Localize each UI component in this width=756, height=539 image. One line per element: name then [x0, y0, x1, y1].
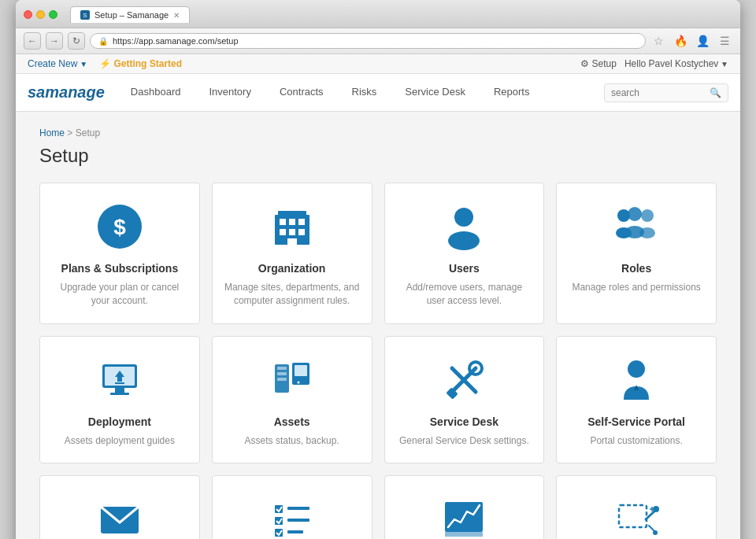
address-bar[interactable]: 🔒 https://app.samanage.com/setup: [90, 33, 646, 49]
search-input[interactable]: [611, 87, 706, 98]
deployment-title: Deployment: [88, 415, 151, 428]
card-deployment[interactable]: Deployment Assets deployment guides: [39, 336, 200, 464]
breadcrumb-current: Setup: [76, 127, 100, 138]
plans-desc: Upgrade your plan or cancel your account…: [52, 281, 187, 308]
svg-rect-21: [115, 388, 124, 393]
svg-rect-32: [277, 378, 287, 381]
card-assets[interactable]: Assets Assets status, backup.: [212, 336, 372, 464]
roles-icon: [609, 199, 664, 254]
servicedesk-icon: [436, 353, 491, 408]
email-icon: [92, 492, 147, 539]
setup-link[interactable]: Setup: [580, 58, 617, 69]
assets-title: Assets: [274, 415, 310, 428]
svg-point-37: [628, 360, 645, 378]
organization-title: Organization: [258, 262, 326, 275]
back-button[interactable]: ←: [24, 32, 41, 50]
cards-grid: $ Plans & Subscriptions Upgrade your pla…: [39, 183, 717, 539]
workflow-icon: [265, 492, 320, 539]
tab-risks[interactable]: Risks: [338, 75, 391, 111]
svg-rect-5: [289, 219, 295, 225]
traffic-lights: [24, 10, 57, 19]
getting-started-link[interactable]: Getting Started: [99, 58, 182, 69]
svg-rect-43: [287, 519, 309, 522]
tab-inventory[interactable]: Inventory: [195, 75, 265, 111]
plans-icon: $: [92, 199, 147, 254]
create-new-button[interactable]: Create New: [28, 58, 87, 69]
toolbar-right: Setup Hello Pavel Kostychev: [580, 58, 728, 69]
ssl-icon: 🔒: [98, 37, 108, 46]
close-button[interactable]: [24, 10, 32, 19]
minimize-button[interactable]: [36, 10, 45, 19]
card-roles[interactable]: Roles Manage roles and permissions: [556, 183, 717, 324]
forward-button[interactable]: →: [46, 32, 63, 50]
card-users[interactable]: Users Add/remove users, manage user acce…: [384, 183, 545, 324]
page-title: Setup: [39, 145, 717, 167]
card-organization[interactable]: Organization Manage sites, departments, …: [212, 183, 372, 324]
svg-rect-3: [278, 211, 306, 217]
menu-icon[interactable]: ☰: [717, 33, 732, 49]
users-title: Users: [449, 262, 480, 275]
svg-point-13: [641, 209, 654, 222]
tab-contracts[interactable]: Contracts: [265, 75, 338, 111]
selfservice-title: Self-Service Portal: [587, 415, 685, 428]
svg-rect-4: [280, 219, 286, 225]
svg-rect-6: [298, 219, 305, 225]
card-plans[interactable]: $ Plans & Subscriptions Upgrade your pla…: [39, 183, 200, 324]
tab-title: Setup – Samanage: [94, 10, 169, 20]
tab-bar: S Setup – Samanage ✕: [70, 6, 190, 23]
card-servicedesk[interactable]: Service Desk General Service Desk settin…: [384, 336, 545, 464]
svg-rect-27: [298, 378, 304, 381]
search-box[interactable]: 🔍: [604, 83, 728, 102]
deployment-icon: [92, 353, 147, 408]
assets-icon: [265, 353, 320, 408]
svg-rect-31: [277, 372, 287, 375]
svg-point-28: [297, 381, 299, 383]
fire-icon[interactable]: 🔥: [673, 33, 688, 49]
breadcrumb-separator: >: [67, 127, 75, 138]
user-icon[interactable]: 👤: [695, 33, 710, 49]
breadcrumb-home[interactable]: Home: [39, 127, 65, 138]
user-menu[interactable]: Hello Pavel Kostychev: [624, 58, 728, 69]
breadcrumb: Home > Setup: [39, 127, 717, 138]
card-workflow[interactable]: Workflow: [212, 475, 372, 539]
deployment-desc: Assets deployment guides: [65, 434, 175, 448]
selfservice-icon: [609, 353, 664, 408]
svg-point-18: [616, 227, 632, 238]
refresh-button[interactable]: ↻: [68, 32, 85, 50]
svg-point-52: [653, 530, 658, 535]
selfservice-desc: Portal customizations.: [590, 434, 682, 448]
maximize-button[interactable]: [49, 10, 57, 19]
assets-desc: Assets status, backup.: [245, 434, 339, 448]
bookmark-icon[interactable]: ☆: [650, 33, 666, 49]
nav-icons: ☆ 🔥 👤 ☰: [650, 33, 732, 49]
main-content: Home > Setup Setup $ Plans & Subscriptio…: [16, 112, 740, 539]
tab-reports[interactable]: Reports: [480, 75, 544, 111]
tab-service-desk[interactable]: Service Desk: [391, 75, 480, 111]
nav-tabs: Dashboard Inventory Contracts Risks Serv…: [117, 75, 544, 111]
browser-tab[interactable]: S Setup – Samanage ✕: [70, 6, 190, 23]
svg-rect-26: [295, 365, 307, 376]
svg-rect-24: [115, 382, 124, 384]
card-servicelevel[interactable]: Service Level: [384, 475, 545, 539]
servicedesk-title: Service Desk: [430, 415, 498, 428]
svg-rect-30: [277, 367, 287, 370]
url-text: https://app.samanage.com/setup: [113, 36, 239, 46]
card-email[interactable]: Email Settings: [39, 475, 200, 539]
tab-dashboard[interactable]: Dashboard: [117, 75, 195, 111]
svg-rect-10: [287, 238, 297, 245]
svg-rect-9: [298, 229, 305, 235]
card-selfservice[interactable]: Self-Service Portal Portal customization…: [556, 336, 717, 464]
plans-title: Plans & Subscriptions: [61, 262, 179, 275]
card-customfields[interactable]: Custom Fields: [556, 475, 717, 539]
tab-close-icon[interactable]: ✕: [173, 11, 180, 20]
browser-nav: ← → ↻ 🔒 https://app.samanage.com/setup ☆…: [16, 28, 740, 54]
svg-point-17: [617, 209, 630, 222]
servicedesk-desc: General Service Desk settings.: [399, 434, 529, 448]
tab-favicon: S: [80, 10, 90, 20]
toolbar-left: Create New Getting Started: [28, 58, 182, 69]
servicelevel-icon: [436, 492, 491, 539]
svg-point-12: [448, 231, 480, 250]
organization-icon: [265, 199, 320, 254]
svg-rect-7: [280, 229, 286, 235]
browser-window: S Setup – Samanage ✕ ← → ↻ 🔒 https://app…: [16, 0, 740, 539]
